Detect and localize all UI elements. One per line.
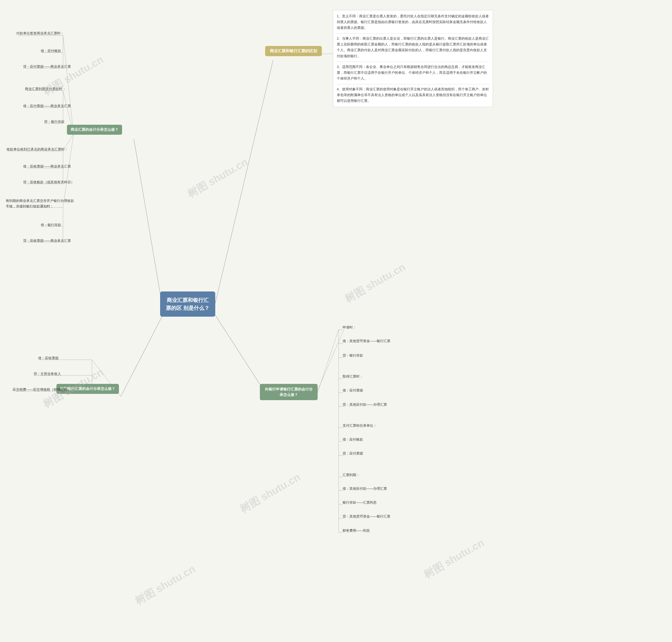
watermark-3: 树图 shutu.cn: [342, 260, 408, 306]
leaf-rb-6: 贷：其他应付款——办理汇票: [343, 402, 387, 407]
leaf-rb-12: 银行存款——汇票利息: [343, 500, 377, 505]
leaf-lb-1: 借：应收票据: [38, 356, 59, 360]
leaf-3: 贷：应付票据——商业承兑汇票: [23, 64, 71, 69]
leaf-rb-10: 汇票到期：: [343, 473, 360, 477]
text-para-2: 2、当事人不同：商业汇票的出票人是企业，而银行汇票的出票人是银行。商业汇票的收款…: [337, 36, 489, 59]
leaf-rb-14: 财务费用——利息: [343, 528, 370, 533]
leaf-rb-11: 借：其他应付款——办理汇票: [343, 486, 387, 491]
leaf-rb-8: 借：应付账款: [343, 437, 363, 442]
svg-line-1: [121, 315, 163, 397]
leaf-11: 借：银行存款: [41, 223, 61, 227]
leaf-4: 商业汇票到期支付票款时：: [25, 87, 66, 91]
watermark-1: 树图 shutu.cn: [40, 52, 106, 99]
leaf-6: 贷：银行存款: [44, 119, 65, 124]
leaf-2: 借：应付账款: [41, 49, 61, 53]
canvas: 树图 shutu.cn 树图 shutu.cn 树图 shutu.cn 树图 s…: [0, 0, 672, 642]
svg-line-22: [63, 134, 74, 207]
leaf-lb-2: 贷：主营业务收入: [34, 372, 61, 376]
leaf-9: 贷：应收账款（或其他有关科目）: [23, 180, 74, 184]
svg-line-36: [318, 330, 339, 393]
leaf-8: 借：应收票据——商业承兑汇票: [23, 164, 71, 169]
leaf-rb-1: 申请时：: [343, 325, 356, 330]
svg-line-3: [215, 315, 268, 397]
svg-line-34: [315, 330, 344, 397]
leaf-rb-2: 借：其他货币资金——银行汇票: [343, 339, 390, 344]
leaf-lb-3: 应交税费——应交增值税（销项税额）: [13, 387, 70, 392]
leaf-rb-9: 贷：应付票据: [343, 451, 363, 456]
branch-left-top-label: 商业汇票的会计分录怎么做？: [70, 127, 118, 131]
svg-line-4: [63, 36, 74, 134]
branch-left-top: 商业汇票的会计分录怎么做？: [67, 125, 122, 135]
watermark-6: 树图 shutu.cn: [132, 562, 198, 608]
leaf-rb-7: 支付汇票给往来单位：: [343, 423, 377, 428]
central-label: 商业汇票和银行汇票的区 别是什么？: [166, 297, 209, 311]
branch-right-bottom: 向银行申请银行汇票的会计分录怎么做？: [260, 384, 318, 400]
branch-right-top-label: 商业汇票和银行汇票的区别: [270, 49, 317, 53]
watermark-7: 树图 shutu.cn: [421, 535, 487, 582]
svg-line-0: [134, 139, 163, 309]
leaf-5: 借：应付票据——商业承兑汇票: [23, 104, 71, 108]
leaf-10: 将到期的商业承兑汇票交存开户银行办理收款手续，并接到银行收款通知时：: [6, 198, 74, 209]
leaf-rb-13: 贷：其他货币资金——银行汇票: [343, 514, 390, 519]
svg-line-2: [215, 60, 273, 303]
right-top-text-block: 1、意义不同：商业汇票是出票人签发的，委托付款人在指定日期无条件支付确定的金额给…: [333, 10, 493, 107]
watermark-2: 树图 shutu.cn: [185, 155, 251, 201]
leaf-rb-4: 取得汇票时：: [343, 374, 363, 379]
text-para-1: 1、意义不同：商业汇票是出票人签发的，委托付款人在指定日期无条件支付确定的金额给…: [337, 13, 489, 31]
leaf-rb-3: 贷：银行存款: [343, 353, 363, 358]
leaf-rb-5: 借：应付票据: [343, 388, 363, 393]
text-para-3: 3、适用范围不同：各企业、事业单位之间只有根据销售合同进行合法的商品交易，才能签…: [337, 64, 489, 81]
central-node: 商业汇票和银行汇票的区 别是什么？: [160, 292, 215, 317]
branch-right-top: 商业汇票和银行汇票的区别: [265, 46, 322, 56]
leaf-12: 贷：应收票据——商业承兑汇票: [23, 239, 71, 243]
leaf-7: 收款单位收到已承兑的商业承兑汇票时：: [7, 147, 68, 152]
text-para-4: 4、使用对象不同：商业汇票的使用对象是在银行开立账户的法人或者其他组织，而个体工…: [337, 86, 489, 104]
watermark-5: 树图 shutu.cn: [237, 470, 303, 516]
leaf-1: 付款单位签发商业承兑汇票时：: [16, 31, 64, 36]
branch-right-bottom-label: 向银行申请银行汇票的会计分录怎么做？: [265, 387, 313, 397]
